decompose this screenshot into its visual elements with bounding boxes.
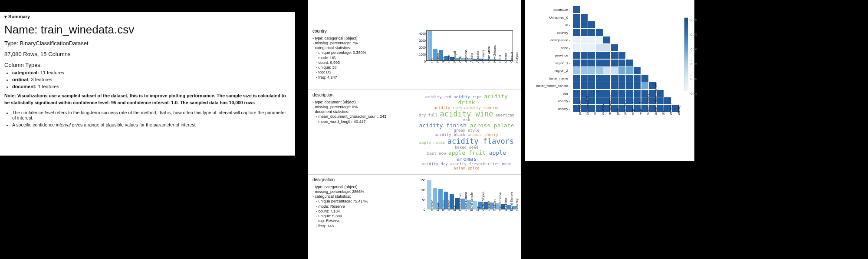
heatmap-cell [626, 75, 633, 82]
heatmap-cell [641, 82, 648, 89]
heatmap-cell [611, 60, 618, 66]
heatmap-cell [596, 67, 603, 74]
heatmap-cell [573, 29, 580, 36]
heatmap-cell [596, 52, 603, 59]
heatmap-col-label: title - [661, 108, 665, 115]
summary-panel: ▾ Summary Name: train_winedata.csv Type:… [0, 12, 295, 156]
heatmap-cell [618, 67, 625, 74]
heatmap-cell [618, 60, 625, 66]
heatmap-cell [573, 14, 580, 21]
dataset-shape-line: 87,080 Rows, 15 Columns [4, 51, 291, 57]
heatmap-cell [581, 14, 588, 21]
heatmap-cell [581, 44, 588, 51]
heatmap-cell [573, 6, 580, 13]
heatmap-row-label: province - [527, 53, 570, 57]
confidence-bullets: The confidence level refers to the long-… [12, 110, 291, 127]
column-type-item: categorical: 11 features [12, 70, 291, 75]
heatmap-col-label: id - [593, 110, 597, 115]
heatmap-row-label: winery - [527, 106, 570, 110]
heatmap-cell [588, 75, 595, 82]
heatmap-cell [611, 67, 618, 74]
heatmap-cell [626, 60, 633, 66]
heatmap-cell [634, 75, 641, 82]
heatmap-cell [626, 82, 633, 89]
heatmap-cell [581, 67, 588, 74]
confidence-bullet: A specific confidence interval gives a r… [12, 122, 291, 127]
heatmap-cell [573, 52, 580, 59]
heatmap-row-label: designation - [527, 38, 570, 42]
heatmap-cell [581, 60, 588, 66]
heatmap-cell [581, 75, 588, 82]
heatmap-row-label: title - [527, 91, 570, 95]
designation-bar-chart: 050100150 ReserveEstateReservaReserveBru… [417, 177, 516, 240]
heatmap-cell [611, 82, 618, 89]
heatmap-cell [588, 44, 595, 51]
heatmap-col-label: region_2 - [638, 100, 642, 115]
heatmap-cell [618, 75, 625, 82]
heatmap-row-label: Unnamed_0 - [527, 15, 570, 19]
heatmap-cell [603, 75, 610, 82]
heatmap-col-label: variety - [669, 103, 673, 115]
caret-down-icon: ▾ [4, 14, 7, 19]
heatmap-cell [596, 82, 603, 89]
feature-name-label: description [312, 93, 417, 98]
heatmap-cell [596, 37, 603, 43]
heatmap-row-label: region_1 - [527, 61, 570, 65]
feature-description-stats: description - type: document (object)- m… [312, 93, 417, 172]
heatmap-row-label: id - [527, 23, 570, 27]
confidence-bullet: The confidence level refers to the long-… [12, 110, 291, 120]
heatmap-col-label: province - [623, 100, 627, 115]
heatmap-cell [588, 82, 595, 89]
column-types-list: categorical: 11 featuresordinal: 3 featu… [12, 70, 291, 89]
heatmap-row-label: taster_name - [527, 76, 570, 80]
heatmap-cell [588, 29, 595, 36]
heatmap-row-label: country - [527, 30, 570, 34]
heatmap-cell [603, 52, 610, 59]
heatmap-cell [573, 67, 580, 74]
heatmap-cell [588, 67, 595, 74]
heatmap-col-label: country - [601, 102, 605, 115]
column-types-title: Column Types: [4, 62, 291, 68]
heatmap-panel: pointsCat -Unnamed_0 -id -country -desig… [525, 0, 694, 161]
heatmap-cell [611, 75, 618, 82]
heatmap-cell [581, 52, 588, 59]
heatmap-col-label: Unnamed_0 - [585, 94, 589, 115]
heatmap-row-label: pointsCat - [527, 8, 570, 12]
heatmap-cell [596, 75, 603, 82]
heatmap-cell [641, 75, 648, 82]
feature-country-stats: country - type: categorical (object)- mi… [312, 29, 417, 87]
heatmap-cell [618, 90, 625, 97]
heatmap-col-label: designation - [608, 95, 612, 115]
column-type-item: document: 1 features [12, 84, 291, 89]
heatmap-cell [618, 82, 625, 89]
heatmap-cell [573, 44, 580, 51]
heatmap-cell [603, 44, 610, 51]
bar [427, 31, 432, 60]
dataset-type-line: Type: BinaryClassificationDataset [4, 40, 291, 46]
heatmap-cell [581, 21, 588, 28]
heatmap-cell [596, 29, 603, 36]
heatmap-cell [611, 44, 618, 51]
feature-block-description: description - type: document (object)- m… [308, 90, 521, 175]
country-bar-chart: 01000200030004000 USFranceItalySpainPort… [417, 29, 516, 87]
feature-name-label: designation [312, 177, 417, 183]
feature-name-label: country [312, 29, 417, 34]
heatmap-cell [581, 82, 588, 89]
heatmap-cell [596, 60, 603, 66]
dataset-name-heading: Name: train_winedata.csv [4, 23, 291, 37]
heatmap-cell [581, 37, 588, 43]
heatmap-col-label: price - [616, 106, 620, 115]
heatmap-cell [626, 67, 633, 74]
feature-block-designation: designation - type: categorical (object)… [308, 175, 521, 242]
heatmap-col-label: taster_twitter_handle - [654, 81, 658, 115]
heatmap-cell [573, 37, 580, 43]
heatmap-cell [611, 52, 618, 59]
heatmap-cell [596, 90, 603, 97]
summary-collapse-toggle[interactable]: ▾ Summary [4, 14, 291, 20]
column-type-item: ordinal: 3 features [12, 77, 291, 82]
heatmap-colorbar: - 0.30- 0.25- 0.20- 0.15- 0.10- 0.05 [684, 17, 688, 91]
heatmap-col-label: region_1 - [631, 100, 635, 115]
heatmap-cell [573, 60, 580, 66]
heatmap-cell [588, 60, 595, 66]
heatmap-col-label: winery - [677, 103, 681, 115]
